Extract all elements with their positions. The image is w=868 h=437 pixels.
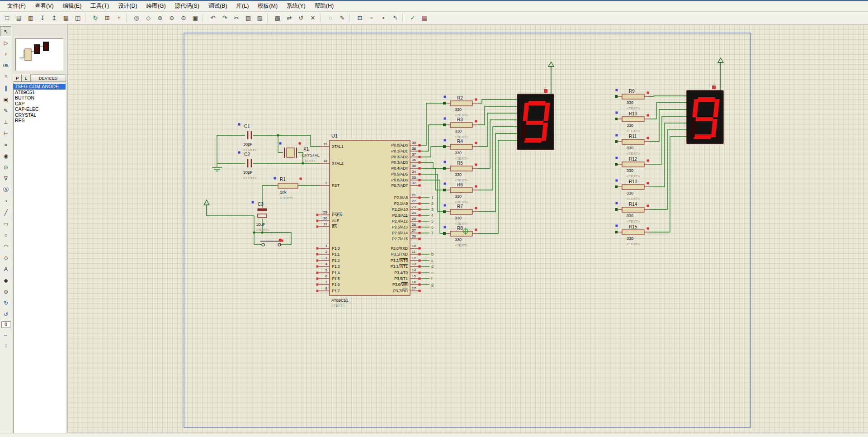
- netlist-to-ares-button[interactable]: ▦: [419, 13, 430, 24]
- resistor-r11[interactable]: R11330<TEXT>: [616, 134, 650, 156]
- zoom-in-button[interactable]: ⊕: [155, 13, 165, 24]
- line-mode-button[interactable]: ╱: [0, 207, 11, 218]
- power-terminal[interactable]: [718, 58, 723, 90]
- menu-item-edit[interactable]: 编辑(E): [58, 1, 86, 11]
- open-design-button[interactable]: ▤: [14, 13, 24, 24]
- resistor-body[interactable]: [622, 230, 644, 235]
- wire[interactable]: [650, 123, 687, 187]
- device-item-button[interactable]: BUTTON: [14, 95, 66, 101]
- menu-item-source[interactable]: 源代码(S): [170, 1, 204, 11]
- power-terminal[interactable]: [204, 200, 209, 216]
- bus-mode-button[interactable]: ∥: [0, 83, 11, 93]
- power-terminal[interactable]: [548, 62, 554, 94]
- resistor-body[interactable]: [450, 188, 472, 193]
- device-pin-mode-button[interactable]: ⊢: [0, 128, 11, 138]
- pushbutton[interactable]: [260, 239, 282, 246]
- resistor-r12[interactable]: R12330<TEXT>: [616, 157, 650, 178]
- resistor-r1[interactable]: R110k<TEXT>: [278, 177, 298, 200]
- menu-item-template[interactable]: 模板(M): [253, 1, 282, 11]
- paste-button[interactable]: ▨: [255, 13, 265, 24]
- resistor-body[interactable]: [622, 185, 644, 190]
- arc-mode-button[interactable]: ◠: [0, 241, 11, 252]
- resistor-body[interactable]: [450, 209, 472, 214]
- zoom-out-button[interactable]: ⊖: [166, 13, 177, 24]
- crystal-x1[interactable]: X1CRYSTAL<TEXT>: [284, 147, 320, 163]
- electrical-rule-check-button[interactable]: ✓: [407, 13, 418, 24]
- rotate-anticlockwise-button[interactable]: ↺: [0, 309, 11, 319]
- wire[interactable]: [254, 233, 261, 245]
- mirror-vertical-button[interactable]: ↕: [0, 340, 11, 351]
- cut-button[interactable]: ✂: [231, 13, 242, 24]
- wire[interactable]: [650, 116, 687, 164]
- component-mode-button[interactable]: ▷: [0, 38, 11, 48]
- block-copy-button[interactable]: ▩: [272, 13, 283, 24]
- property-assignment-button[interactable]: ✎: [337, 13, 348, 24]
- wire[interactable]: [478, 127, 517, 190]
- resistor-r13[interactable]: R13330<TEXT>: [616, 179, 650, 201]
- resistor-r14[interactable]: R14330<TEXT>: [616, 202, 650, 223]
- design-explorer-button[interactable]: ⊟: [354, 13, 365, 24]
- resistor-body[interactable]: [622, 162, 644, 167]
- find-component-button[interactable]: ◌: [325, 13, 336, 24]
- new-sheet-button[interactable]: ▫: [366, 13, 377, 24]
- mirror-horizontal-button[interactable]: ↔: [0, 329, 11, 339]
- wire[interactable]: [421, 125, 444, 151]
- pick-devices-button[interactable]: P: [13, 74, 22, 82]
- remove-sheet-button[interactable]: ▪: [378, 13, 389, 24]
- seven-segment-display-2[interactable]: [687, 90, 723, 144]
- resistor-body[interactable]: [450, 166, 472, 171]
- subcircuit-mode-button[interactable]: ▣: [0, 94, 11, 104]
- menu-item-file[interactable]: 文件(F): [3, 1, 30, 11]
- menu-item-help[interactable]: 帮助(H): [310, 1, 338, 11]
- current-probe-mode-button[interactable]: Ⓐ: [0, 185, 11, 195]
- text-script-mode-button[interactable]: ≡: [0, 71, 11, 82]
- resistor-r6[interactable]: R6330<TEXT>: [444, 182, 478, 204]
- new-design-button[interactable]: □: [2, 13, 13, 24]
- toggle-grid-button[interactable]: ⊞: [102, 13, 113, 24]
- circle-mode-button[interactable]: ○: [0, 230, 11, 240]
- box-mode-button[interactable]: ▭: [0, 218, 11, 229]
- menu-item-library[interactable]: 库(L): [232, 1, 254, 11]
- block-move-button[interactable]: ⇄: [284, 13, 295, 24]
- wire[interactable]: [478, 106, 517, 125]
- device-item-cap[interactable]: CAP: [14, 101, 66, 107]
- terminal-mode-button[interactable]: ⊥: [0, 117, 11, 127]
- crystal-body[interactable]: [287, 148, 294, 157]
- wire-label-mode-button[interactable]: LBL: [0, 60, 11, 71]
- device-item-res[interactable]: RES: [14, 118, 66, 124]
- wire[interactable]: [478, 140, 517, 233]
- wire[interactable]: [650, 96, 687, 96]
- rotation-angle-input[interactable]: [1, 321, 10, 328]
- menu-item-system[interactable]: 系统(Y): [282, 1, 310, 11]
- chip-at89c51[interactable]: U1AT89C51<TEXT>19XTAL118XTAL29RST29PSEN3…: [319, 133, 421, 308]
- block-rotate-button[interactable]: ↺: [296, 13, 307, 24]
- wire[interactable]: [478, 113, 517, 147]
- wire[interactable]: [421, 147, 444, 157]
- resistor-body[interactable]: [622, 207, 644, 212]
- device-item-7seg-com-anode[interactable]: 7SEG-COM-ANODE: [14, 84, 66, 90]
- device-item-cap-elec[interactable]: CAP-ELEC: [14, 106, 66, 112]
- resistor-r7[interactable]: R7330<TEXT>: [444, 204, 478, 226]
- menu-item-view[interactable]: 查看(V): [30, 1, 58, 11]
- zoom-all-button[interactable]: ⊙: [178, 13, 189, 24]
- resistor-body[interactable]: [450, 101, 472, 106]
- device-item-crystal[interactable]: CRYSTAL: [14, 112, 66, 118]
- resistor-body[interactable]: [278, 183, 298, 188]
- marker-mode-button[interactable]: ⊕: [0, 286, 11, 297]
- undo-button[interactable]: ↶: [208, 13, 218, 24]
- schematic-canvas[interactable]: U1AT89C51<TEXT>19XTAL118XTAL29RST29PSEN3…: [68, 24, 868, 433]
- wire[interactable]: [421, 103, 444, 145]
- resistor-body[interactable]: [450, 123, 472, 128]
- wire[interactable]: [650, 137, 687, 232]
- capacitor-c1[interactable]: C130pF<TEXT>: [243, 124, 257, 152]
- wire[interactable]: [478, 133, 517, 212]
- resistor-r5[interactable]: R5330<TEXT>: [444, 161, 478, 182]
- rotate-clockwise-button[interactable]: ↻: [0, 298, 11, 308]
- block-delete-button[interactable]: ✕: [307, 13, 318, 24]
- graph-mode-button[interactable]: ≈: [0, 139, 11, 150]
- tape-recorder-mode-button[interactable]: ◉: [0, 151, 11, 161]
- wire[interactable]: [478, 100, 517, 103]
- resistor-r2[interactable]: R2330<TEXT>: [444, 95, 478, 117]
- save-design-button[interactable]: ▥: [25, 13, 36, 24]
- library-manager-button[interactable]: L: [22, 74, 30, 82]
